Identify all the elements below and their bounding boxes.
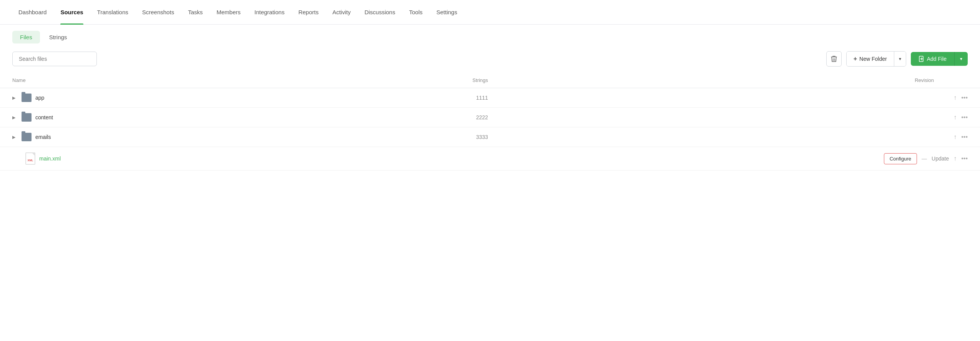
update-button[interactable]: Update: [932, 155, 949, 162]
row-name-emails: ▶emails: [12, 133, 311, 141]
col-name: Name: [0, 74, 323, 88]
upload-icon[interactable]: ↑: [953, 94, 957, 101]
add-file-button-group: Add File ▾: [911, 52, 968, 66]
row-strings: [323, 147, 500, 170]
col-strings: Strings: [323, 74, 500, 88]
nav-item-discussions[interactable]: Discussions: [358, 0, 401, 25]
row-strings: 2222: [323, 108, 500, 127]
table-header: Name Strings Revision: [0, 74, 980, 88]
upload-icon[interactable]: ↑: [953, 134, 957, 140]
row-name-content: ▶content: [12, 113, 311, 122]
add-file-label: Add File: [927, 56, 947, 62]
row-name-app: ▶app: [12, 94, 311, 102]
nav-item-settings[interactable]: Settings: [430, 0, 463, 25]
nav-bar: DashboardSourcesTranslationsScreenshotsT…: [0, 0, 980, 25]
nav-item-reports[interactable]: Reports: [292, 0, 325, 25]
row-label: emails: [35, 134, 51, 140]
sub-tab-strings[interactable]: Strings: [42, 31, 75, 43]
table-row: XMLmain.xmlConfigure—Update↑•••: [0, 147, 980, 170]
folder-icon: [22, 113, 32, 122]
action-area: Configure—Update↑•••: [513, 153, 968, 164]
revision-dash: —: [922, 155, 927, 162]
add-file-button[interactable]: Add File: [911, 52, 955, 66]
upload-icon[interactable]: ↑: [953, 114, 957, 121]
nav-item-translations[interactable]: Translations: [91, 0, 135, 25]
search-input[interactable]: [12, 52, 97, 66]
table-row: ▶emails3333↑•••: [0, 127, 980, 147]
nav-item-screenshots[interactable]: Screenshots: [136, 0, 180, 25]
col-revision: Revision: [500, 74, 980, 88]
nav-item-dashboard[interactable]: Dashboard: [12, 0, 53, 25]
new-folder-caret-button[interactable]: ▾: [894, 52, 906, 66]
upload-icon[interactable]: ↑: [953, 155, 957, 162]
nav-item-activity[interactable]: Activity: [326, 0, 357, 25]
row-label: content: [35, 114, 53, 120]
configure-button[interactable]: Configure: [884, 153, 917, 164]
new-folder-label: New Folder: [859, 56, 887, 62]
row-name-main-xml: XMLmain.xml: [12, 152, 311, 165]
delete-button[interactable]: [826, 51, 842, 67]
row-actions: ↑•••: [500, 88, 980, 108]
expand-arrow-icon[interactable]: ▶: [12, 115, 18, 120]
nav-item-tasks[interactable]: Tasks: [182, 0, 209, 25]
more-options-icon[interactable]: •••: [961, 134, 968, 140]
row-actions: ↑•••: [500, 127, 980, 147]
action-area: ↑•••: [513, 94, 968, 101]
plus-icon: +: [854, 55, 857, 62]
file-table: Name Strings Revision ▶app1111↑•••▶conte…: [0, 74, 980, 170]
expand-arrow-icon[interactable]: ▶: [12, 135, 18, 140]
folder-icon: [22, 133, 32, 141]
expand-arrow-icon[interactable]: ▶: [12, 95, 18, 100]
folder-icon: [22, 94, 32, 102]
new-folder-button-group: + New Folder ▾: [846, 51, 906, 67]
toolbar: + New Folder ▾ Add File ▾: [0, 43, 980, 74]
table-body: ▶app1111↑•••▶content2222↑•••▶emails3333↑…: [0, 88, 980, 170]
xml-icon: XML: [25, 152, 35, 165]
row-strings: 3333: [323, 127, 500, 147]
action-area: ↑•••: [513, 134, 968, 140]
table-row: ▶content2222↑•••: [0, 108, 980, 127]
row-actions: Configure—Update↑•••: [500, 147, 980, 170]
sub-tab-files[interactable]: Files: [12, 31, 40, 43]
add-file-caret-button[interactable]: ▾: [955, 52, 968, 66]
row-actions: ↑•••: [500, 108, 980, 127]
nav-item-sources[interactable]: Sources: [54, 0, 89, 25]
nav-item-tools[interactable]: Tools: [403, 0, 429, 25]
sub-tabs: FilesStrings: [0, 25, 980, 43]
row-label[interactable]: main.xml: [39, 155, 61, 162]
table-row: ▶app1111↑•••: [0, 88, 980, 108]
nav-item-members[interactable]: Members: [210, 0, 247, 25]
more-options-icon[interactable]: •••: [961, 155, 968, 162]
row-strings: 1111: [323, 88, 500, 108]
more-options-icon[interactable]: •••: [961, 114, 968, 121]
action-area: ↑•••: [513, 114, 968, 121]
nav-item-integrations[interactable]: Integrations: [248, 0, 291, 25]
more-options-icon[interactable]: •••: [961, 94, 968, 101]
new-folder-button[interactable]: + New Folder: [847, 52, 894, 66]
row-label: app: [35, 95, 44, 101]
